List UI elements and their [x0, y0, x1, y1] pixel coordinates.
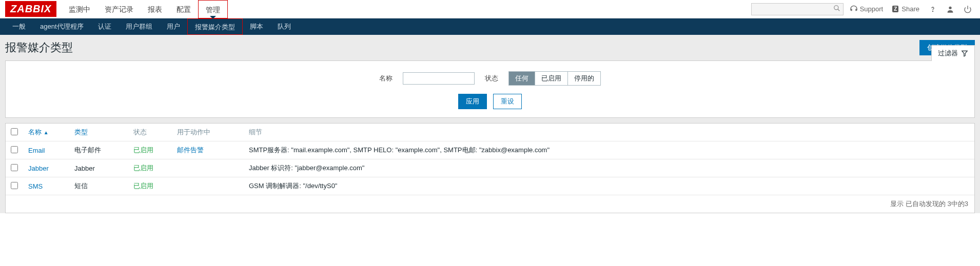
- row-checkbox[interactable]: [11, 164, 18, 171]
- col-status-header: 状态: [128, 124, 172, 141]
- row-checkbox[interactable]: [11, 182, 18, 189]
- filter-state-option[interactable]: 停用的: [568, 72, 600, 85]
- sub-nav-item[interactable]: 队列: [270, 18, 298, 35]
- share-badge-icon: Z: [892, 6, 898, 12]
- table-footer: 显示 已自动发现的 3中的3: [6, 195, 974, 213]
- filter-apply-button[interactable]: 应用: [458, 94, 487, 109]
- top-header: ZABBIX 监测中 资产记录 报表 配置 管理 Support Z Share: [0, 0, 980, 18]
- power-icon[interactable]: [961, 3, 975, 15]
- filter-actions: 应用 重设: [6, 94, 974, 109]
- sort-asc-icon: ▲: [44, 130, 49, 135]
- search-icon[interactable]: [833, 5, 840, 12]
- table-header-row: 名称 ▲ 类型 状态 用于动作中 细节: [6, 124, 974, 141]
- support-link[interactable]: Support: [847, 3, 887, 15]
- filter-icon: [961, 50, 968, 57]
- sub-nav-item[interactable]: 用户群组: [119, 18, 160, 35]
- table-row: Email 电子邮件 已启用 邮件告警 SMTP服务器: "mail.examp…: [6, 141, 974, 159]
- share-link[interactable]: Z Share: [889, 3, 923, 15]
- share-label: Share: [901, 5, 919, 13]
- main-nav-item[interactable]: 资产记录: [97, 0, 141, 18]
- filter-state-label: 状态: [485, 74, 498, 83]
- table-row: Jabber Jabber 已启用 Jabber 标识符: "jabber@ex…: [6, 159, 974, 177]
- media-type-table-panel: 名称 ▲ 类型 状态 用于动作中 细节 Email 电子邮件 已启用 邮件告警 …: [5, 123, 975, 213]
- col-used-in-header: 用于动作中: [172, 124, 244, 141]
- main-nav-item[interactable]: 监测中: [62, 0, 97, 18]
- global-search-wrap: [751, 3, 844, 15]
- media-type-cell: Jabber: [69, 159, 128, 177]
- filter-reset-button[interactable]: 重设: [493, 94, 522, 109]
- main-nav-item[interactable]: 配置: [169, 0, 198, 18]
- sub-nav: 一般 agent代理程序 认证 用户群组 用户 报警媒介类型 脚本 队列: [0, 18, 980, 35]
- col-type-header[interactable]: 类型: [69, 124, 128, 141]
- filter-panel: 名称 状态 任何 已启用 停用的 应用 重设: [5, 60, 975, 118]
- sub-nav-item[interactable]: 认证: [91, 18, 119, 35]
- sub-nav-item[interactable]: 用户: [160, 18, 187, 35]
- filter-container: 过滤器 名称 状态 任何 已启用 停用的 应用 重设: [5, 60, 975, 118]
- col-name-header[interactable]: 名称 ▲: [23, 124, 69, 141]
- filter-name-input[interactable]: [403, 72, 475, 85]
- row-checkbox[interactable]: [11, 146, 18, 153]
- main-nav-item-active[interactable]: 管理: [198, 0, 228, 18]
- content: 报警媒介类型 创建媒体类型 过滤器 名称 状态 任何 已启用 停用的 应用: [0, 35, 980, 213]
- media-name-link[interactable]: SMS: [28, 182, 43, 190]
- svg-marker-5: [962, 51, 968, 56]
- help-icon[interactable]: [926, 3, 940, 15]
- media-type-table: 名称 ▲ 类型 状态 用于动作中 细节 Email 电子邮件 已启用 邮件告警 …: [6, 124, 974, 195]
- table-row: SMS 短信 已启用 GSM 调制解调器: "/dev/ttyS0": [6, 177, 974, 195]
- media-name-link[interactable]: Jabber: [28, 165, 49, 172]
- filter-row: 名称 状态 任何 已启用 停用的: [6, 71, 974, 86]
- filter-name-label: 名称: [379, 74, 393, 83]
- media-detail-cell: SMTP服务器: "mail.example.com", SMTP HELO: …: [244, 141, 974, 159]
- svg-point-0: [834, 5, 838, 9]
- select-all-checkbox[interactable]: [11, 128, 18, 135]
- main-nav-item[interactable]: 报表: [141, 0, 169, 18]
- sub-nav-item[interactable]: 一般: [5, 18, 33, 35]
- filter-toggle-tab[interactable]: 过滤器: [931, 45, 975, 61]
- svg-point-2: [932, 11, 933, 11]
- media-detail-cell: Jabber 标识符: "jabber@example.com": [244, 159, 974, 177]
- filter-state-option[interactable]: 已启用: [535, 72, 568, 85]
- media-used-in-cell: [172, 177, 244, 195]
- svg-line-1: [837, 9, 839, 11]
- main-nav: 监测中 资产记录 报表 配置 管理: [62, 0, 228, 18]
- media-used-in-cell: [172, 159, 244, 177]
- col-name-label: 名称: [28, 128, 42, 136]
- svg-point-3: [949, 6, 951, 9]
- support-label: Support: [860, 5, 884, 13]
- filter-state-segmented: 任何 已启用 停用的: [508, 71, 601, 86]
- filter-tab-label: 过滤器: [938, 49, 958, 58]
- media-name-link[interactable]: Email: [28, 147, 45, 154]
- media-type-cell: 电子邮件: [69, 141, 128, 159]
- global-search-input[interactable]: [751, 3, 844, 15]
- sub-nav-item[interactable]: agent代理程序: [33, 18, 91, 35]
- top-right: Support Z Share: [751, 3, 975, 15]
- filter-state-option[interactable]: 任何: [509, 72, 535, 85]
- media-type-cell: 短信: [69, 177, 128, 195]
- media-detail-cell: GSM 调制解调器: "/dev/ttyS0": [244, 177, 974, 195]
- media-status-link[interactable]: 已启用: [133, 146, 153, 154]
- sub-nav-item[interactable]: 脚本: [243, 18, 270, 35]
- page-title: 报警媒介类型: [5, 40, 73, 55]
- media-status-link[interactable]: 已启用: [133, 164, 153, 172]
- media-status-link[interactable]: 已启用: [133, 182, 153, 190]
- media-used-in-link[interactable]: 邮件告警: [177, 146, 204, 154]
- logo[interactable]: ZABBIX: [5, 1, 56, 17]
- user-icon[interactable]: [943, 3, 957, 15]
- page-header: 报警媒介类型 创建媒体类型: [5, 40, 975, 55]
- col-detail-header: 细节: [244, 124, 974, 141]
- headset-icon: [850, 5, 858, 13]
